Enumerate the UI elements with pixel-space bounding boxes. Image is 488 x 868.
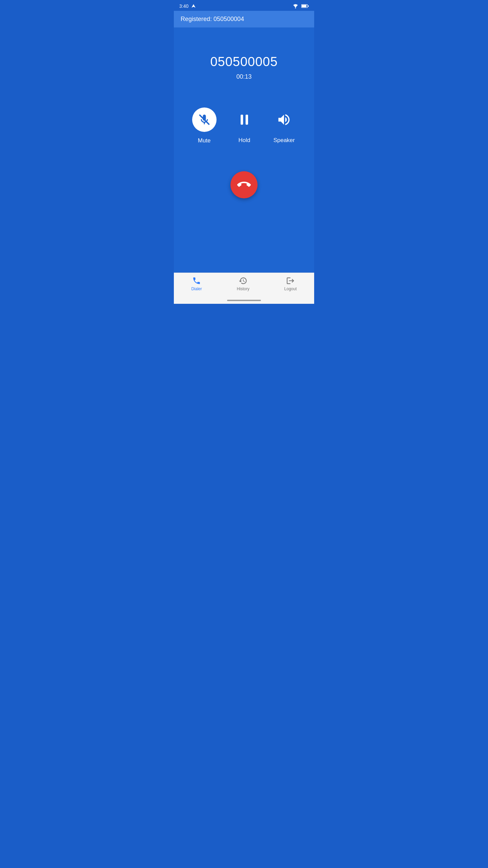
end-call-button[interactable] [230,171,258,198]
status-time: 3:40 [179,3,188,9]
hold-icon [237,112,252,127]
history-icon [239,276,247,285]
speaker-label: Speaker [273,137,295,144]
hold-button[interactable] [232,108,256,132]
call-timer: 00:13 [236,73,251,80]
logout-label: Logout [284,287,297,291]
mute-label: Mute [198,137,211,144]
dialer-icon [192,276,201,285]
hold-control[interactable]: Hold [232,108,256,144]
mute-control[interactable]: Mute [192,107,217,144]
home-indicator [174,297,314,304]
status-icons [292,4,309,8]
home-bar [227,300,261,301]
bottom-nav: Dialer History Logout [174,273,314,297]
wifi-icon [292,4,299,8]
svg-rect-7 [246,115,248,124]
svg-marker-0 [191,4,196,8]
hold-label: Hold [239,137,250,144]
nav-history[interactable]: History [230,275,256,293]
svg-rect-4 [308,5,309,7]
logout-icon [286,276,295,285]
svg-point-1 [295,7,296,8]
call-controls: Mute Hold Speaker [174,107,314,144]
nav-icon [191,4,196,8]
registered-label: Registered: 050500004 [181,16,244,22]
history-label: History [237,287,249,291]
call-number: 050500005 [210,55,278,69]
svg-rect-6 [241,115,243,124]
speaker-control[interactable]: Speaker [272,108,296,144]
dialer-label: Dialer [191,287,202,291]
end-call-area [230,171,258,198]
status-bar: 3:40 [174,0,314,11]
call-area: 050500005 00:13 Mute [174,27,314,273]
battery-icon [301,4,309,8]
speaker-icon [277,112,291,127]
mute-icon [198,114,210,126]
nav-logout[interactable]: Logout [278,275,304,293]
svg-rect-3 [302,5,306,7]
nav-dialer[interactable]: Dialer [184,275,208,293]
registered-bar: Registered: 050500004 [174,11,314,27]
speaker-button[interactable] [272,108,296,132]
mute-button[interactable] [192,107,217,132]
end-call-icon [237,178,251,192]
